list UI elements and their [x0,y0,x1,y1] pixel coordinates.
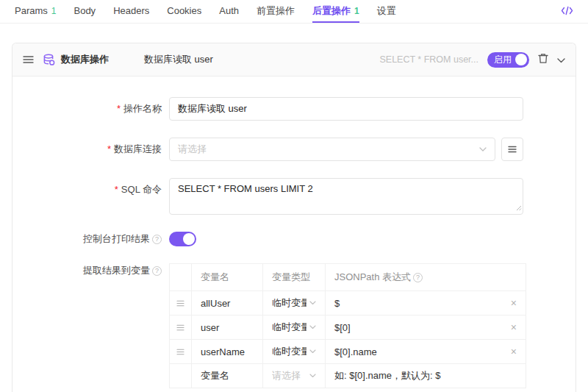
table-row: allUser 临时变量 $ × [170,291,526,316]
tab-label: Params [15,5,48,16]
tab-cookies[interactable]: Cookies [167,0,201,23]
row-drag-cell [170,340,192,364]
form-row-extract-vars: 提取结果到变量? 变量名 变量类型 JSONPath 表达式? [12,263,576,388]
operation-type-label: 数据库操作 [61,53,109,66]
var-name-cell[interactable]: user [192,316,263,340]
jsonpath-cell[interactable]: $ × [326,291,526,316]
console-log-control [169,232,523,246]
tab-post-processors[interactable]: 后置操作 1 [312,0,359,23]
enable-toggle-label: 启用 [494,54,512,66]
jsonpath-cell[interactable]: $[0].name × [326,340,526,364]
sql-preview-text: SELECT * FROM user... [379,54,478,65]
delete-row-icon[interactable]: × [511,346,517,357]
row-drag-handle-icon[interactable] [170,300,191,307]
drag-column-header [170,264,192,291]
help-icon[interactable]: ? [413,273,423,282]
tab-badge: 1 [354,6,359,16]
list-icon [508,144,517,155]
sql-command-textarea[interactable] [169,178,523,215]
row-drag-handle-icon[interactable] [170,349,191,355]
card-body: *操作名称 *数据库连接 请选择 [12,76,576,388]
tab-headers[interactable]: Headers [113,0,149,23]
operation-name-label: *操作名称 [12,97,169,121]
select-placeholder: 请选择 [178,143,476,156]
extract-vars-label: 提取结果到变量? [12,263,169,278]
tab-body[interactable]: Body [74,0,96,23]
card-header: 数据库操作 数据库读取 user SELECT * FROM user... 启… [12,43,576,76]
var-type-cell[interactable]: 临时变量 [263,340,326,364]
code-view-button[interactable] [561,0,573,23]
tabbar-spacer [414,0,561,23]
variables-table: 变量名 变量类型 JSONPath 表达式? [169,263,526,388]
toggle-knob [183,233,195,245]
tab-label: Headers [113,5,149,16]
delete-row-icon[interactable]: × [511,321,517,333]
operation-name-control [169,97,523,121]
form-row-db-connection: *数据库连接 请选择 [12,138,576,161]
tab-label: Cookies [167,5,201,16]
row-drag-cell [170,291,192,316]
tab-badge: 1 [51,6,57,16]
var-name-cell-empty[interactable]: 变量名 [192,364,263,388]
trash-icon [538,53,548,66]
card-header-actions: SELECT * FROM user... 启用 [379,52,565,68]
extract-vars-control: 变量名 变量类型 JSONPath 表达式? [169,263,523,388]
required-asterisk: * [115,184,118,195]
var-type-cell[interactable]: 临时变量 [263,291,326,316]
chevron-down-icon [479,147,487,152]
jsonpath-cell[interactable]: $[0] × [326,316,526,340]
db-operation-card: 数据库操作 数据库读取 user SELECT * FROM user... 启… [12,43,576,392]
sql-label: *SQL 命令 [12,178,169,202]
chevron-down-icon [557,54,565,65]
tab-auth[interactable]: Auth [219,0,239,23]
tab-label: Auth [219,5,239,16]
tab-label: 后置操作 [312,4,351,18]
tab-pre-processors[interactable]: 前置操作 [257,0,295,23]
sql-control [169,178,523,215]
delete-row-icon[interactable]: × [511,297,517,309]
chevron-down-icon [309,349,316,354]
tab-params[interactable]: Params 1 [15,0,56,23]
row-drag-handle-icon[interactable] [170,324,191,331]
tab-label: Body [74,5,96,16]
table-header-row: 变量名 变量类型 JSONPath 表达式? [170,264,526,291]
operation-name-input[interactable] [169,97,523,121]
var-type-cell[interactable]: 临时变量 [263,316,326,340]
chevron-down-icon [309,325,316,329]
var-type-cell-empty[interactable]: 请选择 [263,364,326,388]
form-row-operation-name: *操作名称 [12,97,576,121]
form-row-sql: *SQL 命令 [12,178,576,215]
type-column-header: 变量类型 [263,264,326,291]
database-icon [43,54,55,66]
enable-toggle[interactable]: 启用 [487,52,529,68]
chevron-down-icon [309,374,316,378]
manage-connections-button[interactable] [501,138,523,161]
chevron-down-icon [309,301,316,305]
row-drag-cell [170,364,192,388]
tab-settings[interactable]: 设置 [377,0,396,23]
help-icon[interactable]: ? [152,235,162,244]
row-drag-cell [170,316,192,340]
code-icon [561,6,573,18]
jsonpath-cell-empty[interactable]: 如: $[0].name，默认为: $ [326,364,526,388]
console-log-toggle[interactable] [169,232,196,246]
delete-operation-button[interactable] [538,53,548,66]
tab-label: 前置操作 [257,4,295,18]
request-tabs: Params 1 Body Headers Cookies Auth 前置操作 … [0,0,588,24]
enable-toggle-knob [515,54,527,65]
card-drag-handle-icon[interactable] [23,55,34,64]
table-new-row: 变量名 请选择 如: $[0].name，默认为: $ [170,364,526,388]
db-connection-label: *数据库连接 [12,138,169,161]
db-connection-control: 请选择 [169,138,523,161]
var-name-cell[interactable]: userName [192,340,263,364]
console-log-label: 控制台打印结果? [12,232,169,246]
db-connection-select[interactable]: 请选择 [169,138,495,161]
table-row: user 临时变量 $[0] × [170,316,526,340]
operation-title: 数据库读取 user [144,53,213,66]
jsonpath-column-header: JSONPath 表达式? [326,264,526,291]
var-name-cell[interactable]: allUser [192,291,263,316]
collapse-operation-button[interactable] [557,54,565,65]
help-icon[interactable]: ? [152,266,162,276]
name-column-header: 变量名 [192,264,263,291]
required-asterisk: * [107,143,111,154]
